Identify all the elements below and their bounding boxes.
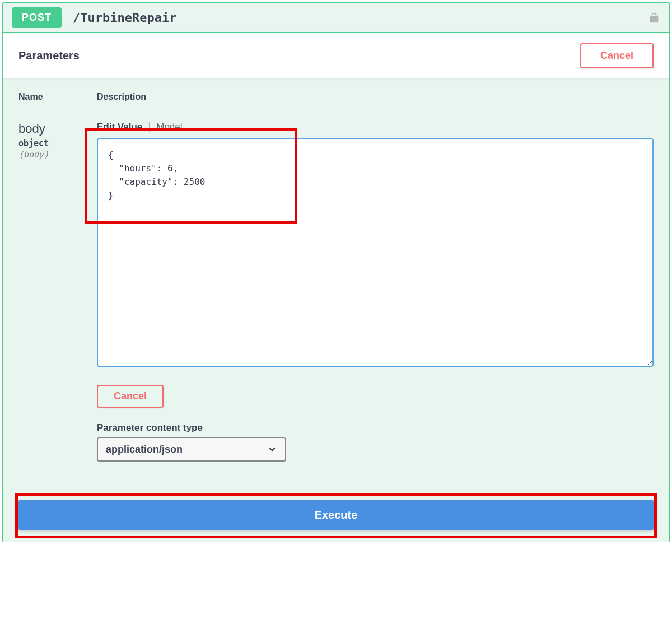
parameters-title: Parameters xyxy=(18,49,80,62)
parameters-body: Name Description body object (body) Edit… xyxy=(3,78,669,462)
parameter-in: (body) xyxy=(18,150,97,160)
value-model-tabs: Edit Value Model xyxy=(97,122,654,133)
column-header-description: Description xyxy=(97,92,654,102)
parameters-bar: Parameters Cancel xyxy=(3,32,669,78)
execute-section: Execute xyxy=(3,490,669,542)
operation-panel: POST /TurbineRepair Parameters Cancel Na… xyxy=(2,2,670,542)
unlock-icon[interactable] xyxy=(648,12,660,24)
parameter-name: body xyxy=(18,122,97,136)
parameter-row: body object (body) Edit Value Model Canc… xyxy=(18,122,654,462)
parameter-description-cell: Edit Value Model Cancel Parameter conten… xyxy=(97,122,654,462)
execute-button[interactable]: Execute xyxy=(18,500,654,530)
content-type-label: Parameter content type xyxy=(97,422,654,434)
operation-header[interactable]: POST /TurbineRepair xyxy=(3,3,669,32)
content-type-select-wrap: application/json xyxy=(97,437,286,462)
body-textarea[interactable] xyxy=(97,138,654,367)
tab-separator xyxy=(149,122,150,132)
tab-model[interactable]: Model xyxy=(156,122,182,133)
cancel-body-button[interactable]: Cancel xyxy=(97,385,164,408)
parameter-type: object xyxy=(18,138,97,148)
column-header-name: Name xyxy=(18,92,97,102)
parameter-name-cell: body object (body) xyxy=(18,122,97,462)
cancel-button[interactable]: Cancel xyxy=(580,43,654,68)
operation-path: /TurbineRepair xyxy=(73,11,648,25)
parameters-table-header: Name Description xyxy=(18,92,654,109)
http-method-badge: POST xyxy=(12,7,62,28)
tab-edit-value[interactable]: Edit Value xyxy=(97,122,142,133)
content-type-select[interactable]: application/json xyxy=(97,437,286,462)
